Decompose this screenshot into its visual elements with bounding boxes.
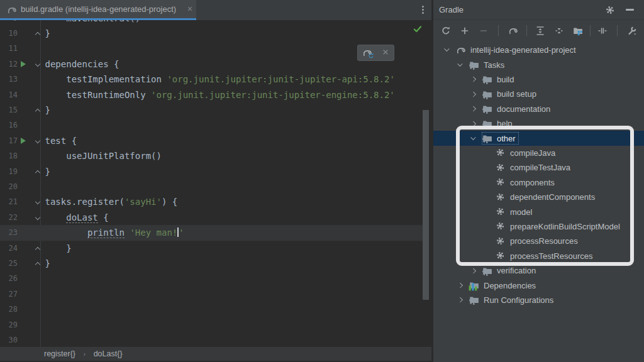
code-line[interactable]: 26 xyxy=(0,271,424,286)
close-tab-icon[interactable]: × xyxy=(187,0,192,18)
line-number[interactable]: 14 xyxy=(0,87,18,102)
gradle-tree-item-compiletestjava[interactable]: compileTestJava xyxy=(433,160,644,175)
line-number[interactable]: 18 xyxy=(0,148,18,163)
chevron-down-icon[interactable] xyxy=(471,134,476,140)
line-number[interactable]: 16 xyxy=(0,118,18,133)
fold-marker-icon[interactable] xyxy=(35,32,40,37)
fold-marker-icon[interactable] xyxy=(35,170,40,175)
code-line[interactable]: 16 xyxy=(0,118,424,133)
chevron-right-icon[interactable] xyxy=(471,92,476,97)
line-number[interactable]: 21 xyxy=(0,194,18,209)
gradle-tree-item-processresources[interactable]: processResources xyxy=(433,234,644,248)
chevron-right-icon[interactable] xyxy=(471,106,476,111)
run-gutter-icon[interactable] xyxy=(21,61,26,67)
line-number[interactable]: 23 xyxy=(0,225,18,240)
reload-gradle-project-icon[interactable] xyxy=(436,24,455,38)
line-number[interactable]: 12 xyxy=(0,57,18,72)
gradle-tree-item-build-setup[interactable]: build setup xyxy=(433,87,644,101)
line-number[interactable]: 26 xyxy=(0,271,18,286)
line-number[interactable]: 27 xyxy=(0,287,18,302)
chevron-right-icon[interactable] xyxy=(458,297,463,302)
load-gradle-changes-widget[interactable] xyxy=(357,45,394,61)
collapse-all-icon[interactable] xyxy=(550,24,569,38)
line-number[interactable]: 30 xyxy=(0,332,18,347)
editor-options-kebab-icon[interactable] xyxy=(419,4,426,16)
link-gradle-project-icon[interactable] xyxy=(455,24,474,38)
line-number[interactable]: 25 xyxy=(0,256,18,271)
code-line[interactable]: 30 xyxy=(0,332,424,347)
inspections-ok-icon[interactable] xyxy=(413,24,423,34)
line-number[interactable]: 29 xyxy=(0,317,18,332)
code-line[interactable]: 14 testRuntimeOnly 'org.junit.jupiter:ju… xyxy=(0,87,424,102)
gradle-tree-item-other[interactable]: other xyxy=(433,131,644,145)
gradle-tree-item-run-configurations[interactable]: Run Configurations xyxy=(433,293,644,307)
gradle-tree-item-help[interactable]: help xyxy=(433,116,644,131)
gradle-tree-item-model[interactable]: model xyxy=(433,204,644,219)
code-line[interactable]: 24 } xyxy=(0,241,424,256)
code-line[interactable]: 23 println 'Hey man!' xyxy=(0,225,424,240)
gradle-settings-icon[interactable] xyxy=(623,24,641,38)
chevron-right-icon[interactable] xyxy=(471,77,476,82)
code-line[interactable]: 9 mavenCentral() xyxy=(0,20,424,26)
code-line[interactable]: 21tasks.register('sayHi') { xyxy=(0,194,424,209)
code-line[interactable]: 15} xyxy=(0,102,424,118)
run-gutter-icon[interactable] xyxy=(21,138,26,144)
breadcrumb-item-dolast[interactable]: doLast{} xyxy=(94,349,123,358)
line-number[interactable]: 13 xyxy=(0,72,18,87)
gradle-tree-item-verification[interactable]: verification xyxy=(433,263,644,278)
line-number[interactable]: 22 xyxy=(0,210,18,225)
line-number[interactable]: 20 xyxy=(0,179,18,194)
gradle-tree-item-compilejava[interactable]: compileJava xyxy=(433,146,644,160)
editor-tab-build-gradle[interactable]: build.gradle (intellij-idea-generated-pr… xyxy=(0,0,196,20)
gradle-tree-item-tasks[interactable]: Tasks xyxy=(433,57,644,72)
line-number[interactable]: 28 xyxy=(0,302,18,317)
chevron-down-icon[interactable] xyxy=(445,47,450,52)
minimize-icon[interactable] xyxy=(626,9,634,11)
line-number[interactable]: 15 xyxy=(0,102,18,118)
editor-scrollbar[interactable] xyxy=(423,110,429,300)
code-line[interactable]: 27 xyxy=(0,287,424,302)
close-icon[interactable] xyxy=(382,48,389,56)
toggle-offline-mode-icon[interactable] xyxy=(593,24,612,38)
group-tasks-icon[interactable] xyxy=(569,24,587,38)
code-line[interactable]: 19} xyxy=(0,164,424,179)
chevron-right-icon[interactable] xyxy=(471,121,476,126)
gradle-tree-item-components[interactable]: components xyxy=(433,175,644,190)
gradle-tree-item-intellij-idea-generated-project[interactable]: intellij-idea-generated-project xyxy=(433,43,644,57)
code-line[interactable]: 13 testImplementation 'org.junit.jupiter… xyxy=(0,72,424,87)
line-number[interactable]: 17 xyxy=(0,133,18,148)
code-line[interactable]: 20 xyxy=(0,179,424,194)
code-editor[interactable]: 9 mavenCentral()10}1112dependencies {13 … xyxy=(0,20,431,347)
gradle-tree-item-dependencies[interactable]: Dependencies xyxy=(433,278,644,292)
line-number[interactable]: 10 xyxy=(0,26,18,41)
chevron-right-icon[interactable] xyxy=(471,268,476,273)
fold-marker-icon[interactable] xyxy=(35,262,40,267)
code-line[interactable]: 10} xyxy=(0,26,424,41)
fold-marker-icon[interactable] xyxy=(35,215,40,220)
settings-gear-icon[interactable] xyxy=(605,5,615,15)
code-line[interactable]: 22 doLast { xyxy=(0,210,424,225)
chevron-down-icon[interactable] xyxy=(458,61,463,66)
gradle-tree-item-preparekotlinbuildscriptmodel[interactable]: prepareKotlinBuildScriptModel xyxy=(433,219,644,234)
breadcrumb-item-register[interactable]: register{} xyxy=(44,349,75,358)
line-number[interactable]: 9 xyxy=(0,20,18,26)
line-number[interactable]: 24 xyxy=(0,241,18,256)
line-number[interactable]: 19 xyxy=(0,164,18,179)
code-line[interactable]: 25} xyxy=(0,256,424,271)
fold-marker-icon[interactable] xyxy=(35,62,40,67)
fold-marker-icon[interactable] xyxy=(35,199,40,204)
code-line[interactable]: 28 xyxy=(0,302,424,317)
fold-marker-icon[interactable] xyxy=(35,246,40,251)
gradle-tree-item-documentation[interactable]: documentation xyxy=(433,102,644,116)
code-line[interactable]: 18 useJUnitPlatform() xyxy=(0,148,424,163)
gradle-tree-item-dependentcomponents[interactable]: dependentComponents xyxy=(433,190,644,204)
gradle-tree-item-processtestresources[interactable]: processTestResources xyxy=(433,249,644,263)
chevron-right-icon[interactable] xyxy=(458,283,463,288)
fold-marker-icon[interactable] xyxy=(35,109,40,114)
execute-gradle-task-icon[interactable] xyxy=(504,24,523,38)
gradle-tree-item-build[interactable]: build xyxy=(433,72,644,87)
code-line[interactable]: 17test { xyxy=(0,133,424,148)
code-line[interactable]: 29 xyxy=(0,317,424,332)
fold-marker-icon[interactable] xyxy=(35,138,40,143)
expand-all-icon[interactable] xyxy=(531,24,550,38)
